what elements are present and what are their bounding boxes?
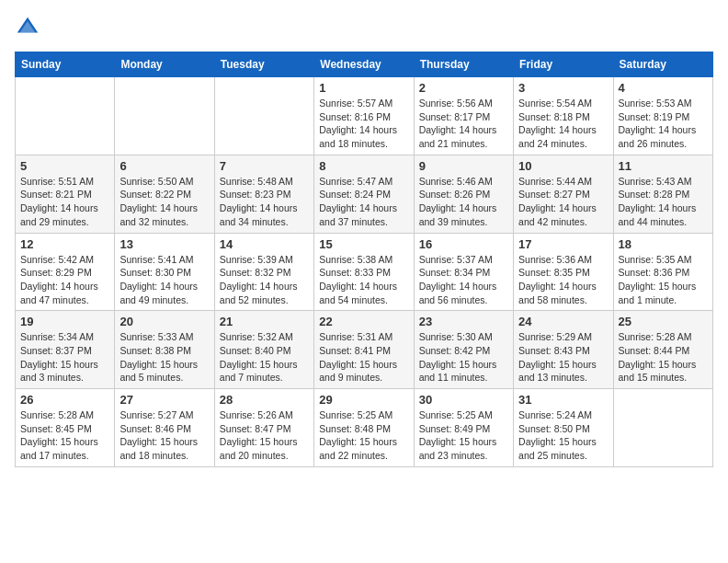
calendar-cell: 13Sunrise: 5:41 AMSunset: 8:30 PMDayligh… — [115, 233, 214, 311]
calendar-cell: 29Sunrise: 5:25 AMSunset: 8:48 PMDayligh… — [314, 389, 414, 467]
day-info: Sunrise: 5:57 AMSunset: 8:16 PMDaylight:… — [319, 97, 408, 151]
day-number: 5 — [20, 159, 109, 173]
day-number: 22 — [319, 315, 408, 328]
calendar-cell: 26Sunrise: 5:28 AMSunset: 8:45 PMDayligh… — [16, 389, 115, 467]
calendar-week-row: 26Sunrise: 5:28 AMSunset: 8:45 PMDayligh… — [16, 389, 713, 467]
day-info: Sunrise: 5:30 AMSunset: 8:42 PMDaylight:… — [419, 330, 508, 385]
calendar-cell: 2Sunrise: 5:56 AMSunset: 8:17 PMDaylight… — [414, 77, 513, 155]
day-info: Sunrise: 5:39 AMSunset: 8:32 PMDaylight:… — [220, 253, 309, 307]
day-info: Sunrise: 5:54 AMSunset: 8:18 PMDaylight:… — [518, 97, 608, 151]
day-number: 23 — [419, 315, 508, 328]
day-info: Sunrise: 5:50 AMSunset: 8:22 PMDaylight:… — [119, 175, 209, 229]
calendar-week-row: 12Sunrise: 5:42 AMSunset: 8:29 PMDayligh… — [16, 233, 713, 311]
calendar-cell: 3Sunrise: 5:54 AMSunset: 8:18 PMDaylight… — [514, 77, 613, 155]
calendar-day-header: Thursday — [414, 52, 513, 77]
day-number: 25 — [619, 315, 708, 328]
calendar-cell: 5Sunrise: 5:51 AMSunset: 8:21 PMDaylight… — [16, 155, 115, 233]
day-number: 19 — [20, 315, 109, 328]
calendar-body: 1Sunrise: 5:57 AMSunset: 8:16 PMDaylight… — [16, 77, 713, 467]
calendar-cell: 6Sunrise: 5:50 AMSunset: 8:22 PMDaylight… — [115, 155, 214, 233]
day-number: 8 — [319, 159, 408, 173]
day-number: 13 — [119, 237, 209, 251]
calendar-day-header: Tuesday — [214, 52, 313, 77]
day-number: 15 — [319, 237, 408, 251]
calendar-day-header: Saturday — [613, 52, 712, 77]
logo — [15, 15, 44, 40]
day-info: Sunrise: 5:35 AMSunset: 8:36 PMDaylight:… — [619, 253, 708, 307]
day-number: 30 — [419, 393, 508, 407]
day-number: 6 — [119, 159, 209, 173]
calendar-cell: 15Sunrise: 5:38 AMSunset: 8:33 PMDayligh… — [314, 233, 414, 311]
day-info: Sunrise: 5:37 AMSunset: 8:34 PMDaylight:… — [419, 253, 508, 307]
day-info: Sunrise: 5:56 AMSunset: 8:17 PMDaylight:… — [419, 97, 508, 151]
day-info: Sunrise: 5:25 AMSunset: 8:49 PMDaylight:… — [419, 408, 508, 463]
day-info: Sunrise: 5:51 AMSunset: 8:21 PMDaylight:… — [20, 175, 109, 229]
day-number: 17 — [518, 237, 608, 251]
day-info: Sunrise: 5:47 AMSunset: 8:24 PMDaylight:… — [319, 175, 408, 229]
day-info: Sunrise: 5:34 AMSunset: 8:37 PMDaylight:… — [20, 330, 109, 385]
calendar-day-header: Monday — [115, 52, 214, 77]
calendar-cell: 25Sunrise: 5:28 AMSunset: 8:44 PMDayligh… — [613, 311, 712, 389]
day-info: Sunrise: 5:48 AMSunset: 8:23 PMDaylight:… — [220, 175, 309, 229]
day-info: Sunrise: 5:42 AMSunset: 8:29 PMDaylight:… — [20, 253, 109, 307]
day-info: Sunrise: 5:27 AMSunset: 8:46 PMDaylight:… — [119, 408, 209, 463]
page-header — [15, 15, 713, 40]
day-info: Sunrise: 5:43 AMSunset: 8:28 PMDaylight:… — [619, 175, 708, 229]
calendar-cell: 28Sunrise: 5:26 AMSunset: 8:47 PMDayligh… — [214, 389, 313, 467]
calendar-day-header: Friday — [514, 52, 613, 77]
calendar-cell: 19Sunrise: 5:34 AMSunset: 8:37 PMDayligh… — [16, 311, 115, 389]
day-info: Sunrise: 5:32 AMSunset: 8:40 PMDaylight:… — [220, 330, 309, 385]
calendar-cell — [115, 77, 214, 155]
calendar-cell: 23Sunrise: 5:30 AMSunset: 8:42 PMDayligh… — [414, 311, 513, 389]
calendar-cell: 18Sunrise: 5:35 AMSunset: 8:36 PMDayligh… — [613, 233, 712, 311]
calendar-cell: 8Sunrise: 5:47 AMSunset: 8:24 PMDaylight… — [314, 155, 414, 233]
day-number: 3 — [518, 81, 608, 95]
calendar-cell — [214, 77, 313, 155]
calendar-cell: 12Sunrise: 5:42 AMSunset: 8:29 PMDayligh… — [16, 233, 115, 311]
day-number: 7 — [220, 159, 309, 173]
calendar-cell: 16Sunrise: 5:37 AMSunset: 8:34 PMDayligh… — [414, 233, 513, 311]
calendar-cell: 7Sunrise: 5:48 AMSunset: 8:23 PMDaylight… — [214, 155, 313, 233]
day-number: 16 — [419, 237, 508, 251]
day-number: 18 — [619, 237, 708, 251]
day-info: Sunrise: 5:24 AMSunset: 8:50 PMDaylight:… — [518, 408, 608, 463]
day-number: 20 — [119, 315, 209, 328]
day-number: 28 — [220, 393, 309, 407]
calendar-cell: 30Sunrise: 5:25 AMSunset: 8:49 PMDayligh… — [414, 389, 513, 467]
calendar-cell: 10Sunrise: 5:44 AMSunset: 8:27 PMDayligh… — [514, 155, 613, 233]
day-number: 2 — [419, 81, 508, 95]
day-number: 31 — [518, 393, 608, 407]
calendar-cell: 31Sunrise: 5:24 AMSunset: 8:50 PMDayligh… — [514, 389, 613, 467]
calendar-cell: 22Sunrise: 5:31 AMSunset: 8:41 PMDayligh… — [314, 311, 414, 389]
day-number: 14 — [220, 237, 309, 251]
calendar-cell: 24Sunrise: 5:29 AMSunset: 8:43 PMDayligh… — [514, 311, 613, 389]
calendar-cell — [16, 77, 115, 155]
calendar-cell: 27Sunrise: 5:27 AMSunset: 8:46 PMDayligh… — [115, 389, 214, 467]
day-number: 26 — [20, 393, 109, 407]
calendar-cell: 21Sunrise: 5:32 AMSunset: 8:40 PMDayligh… — [214, 311, 313, 389]
day-number: 24 — [518, 315, 608, 328]
calendar-week-row: 1Sunrise: 5:57 AMSunset: 8:16 PMDaylight… — [16, 77, 713, 155]
logo-icon — [15, 15, 40, 40]
calendar-cell: 14Sunrise: 5:39 AMSunset: 8:32 PMDayligh… — [214, 233, 313, 311]
day-info: Sunrise: 5:26 AMSunset: 8:47 PMDaylight:… — [220, 408, 309, 463]
day-number: 21 — [220, 315, 309, 328]
day-info: Sunrise: 5:53 AMSunset: 8:19 PMDaylight:… — [619, 97, 708, 151]
calendar-cell — [613, 389, 712, 467]
day-number: 1 — [319, 81, 408, 95]
calendar-day-header: Sunday — [16, 52, 115, 77]
day-info: Sunrise: 5:25 AMSunset: 8:48 PMDaylight:… — [319, 408, 408, 463]
day-number: 11 — [619, 159, 708, 173]
calendar-cell: 4Sunrise: 5:53 AMSunset: 8:19 PMDaylight… — [613, 77, 712, 155]
day-number: 9 — [419, 159, 508, 173]
calendar-cell: 9Sunrise: 5:46 AMSunset: 8:26 PMDaylight… — [414, 155, 513, 233]
day-info: Sunrise: 5:44 AMSunset: 8:27 PMDaylight:… — [518, 175, 608, 229]
calendar-day-header: Wednesday — [314, 52, 414, 77]
day-number: 12 — [20, 237, 109, 251]
day-info: Sunrise: 5:31 AMSunset: 8:41 PMDaylight:… — [319, 330, 408, 385]
calendar-cell: 20Sunrise: 5:33 AMSunset: 8:38 PMDayligh… — [115, 311, 214, 389]
day-number: 27 — [119, 393, 209, 407]
day-info: Sunrise: 5:28 AMSunset: 8:45 PMDaylight:… — [20, 408, 109, 463]
calendar-header-row: SundayMondayTuesdayWednesdayThursdayFrid… — [16, 52, 713, 77]
calendar-cell: 17Sunrise: 5:36 AMSunset: 8:35 PMDayligh… — [514, 233, 613, 311]
